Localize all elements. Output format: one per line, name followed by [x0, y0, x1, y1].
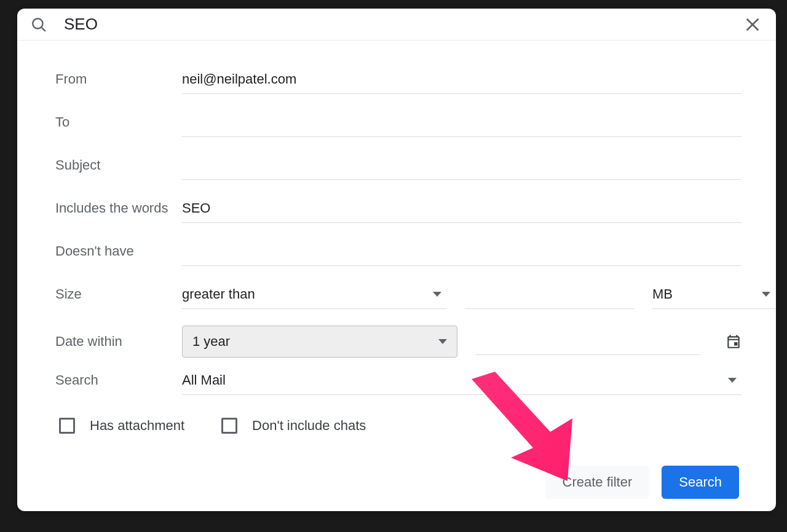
search-scope-value: All Mail	[182, 372, 226, 388]
includes-row: Includes the words	[55, 197, 742, 232]
size-amount-input[interactable]	[465, 283, 634, 309]
svg-line-1	[42, 27, 45, 31]
search-scope-dropdown[interactable]: All Mail	[182, 369, 742, 395]
size-comparator-value: greater than	[182, 286, 255, 302]
search-scope-label: Search	[55, 372, 182, 388]
search-bar	[17, 9, 776, 41]
exclude-chats-label: Don't include chats	[252, 418, 366, 434]
date-range-value: 1 year	[192, 334, 230, 350]
create-filter-button[interactable]: Create filter	[545, 466, 650, 499]
includes-input[interactable]	[182, 197, 742, 223]
checkbox-icon	[59, 418, 75, 434]
to-row: To	[55, 111, 742, 146]
chevron-down-icon	[728, 378, 737, 383]
filter-form: From To Subject Includes the words Doesn	[17, 41, 776, 511]
search-filter-panel: From To Subject Includes the words Doesn	[17, 9, 776, 511]
to-label: To	[55, 114, 182, 130]
subject-row: Subject	[55, 154, 742, 189]
exclude-chats-checkbox[interactable]: Don't include chats	[221, 418, 366, 434]
calendar-icon[interactable]	[726, 334, 742, 350]
excludes-label: Doesn't have	[55, 243, 182, 259]
subject-label: Subject	[55, 157, 182, 173]
chevron-down-icon	[433, 292, 441, 297]
to-input[interactable]	[182, 111, 742, 137]
search-icon	[31, 17, 47, 33]
excludes-row: Doesn't have	[55, 240, 742, 275]
subject-input[interactable]	[182, 154, 742, 180]
has-attachment-label: Has attachment	[90, 418, 184, 434]
svg-point-0	[33, 18, 42, 28]
size-label: Size	[55, 286, 182, 302]
size-unit-dropdown[interactable]: MB	[652, 283, 775, 309]
size-comparator-dropdown[interactable]: greater than	[182, 283, 446, 309]
date-value-input[interactable]	[476, 328, 700, 355]
close-icon[interactable]	[744, 16, 761, 33]
from-input[interactable]	[182, 68, 742, 94]
checkbox-icon	[221, 418, 237, 434]
includes-label: Includes the words	[55, 200, 182, 216]
from-label: From	[55, 71, 182, 87]
has-attachment-checkbox[interactable]: Has attachment	[59, 418, 184, 434]
search-input[interactable]	[64, 15, 744, 34]
svg-rect-4	[734, 342, 737, 345]
search-button[interactable]: Search	[662, 466, 739, 499]
size-unit-value: MB	[652, 286, 673, 302]
checkbox-row: Has attachment Don't include chats	[55, 418, 742, 434]
date-row: Date within 1 year	[55, 326, 742, 361]
search-scope-row: Search All Mail	[55, 369, 742, 404]
chevron-down-icon	[762, 292, 770, 297]
action-buttons: Create filter Search	[55, 466, 742, 499]
date-range-dropdown[interactable]: 1 year	[182, 326, 457, 358]
excludes-input[interactable]	[182, 240, 742, 266]
from-row: From	[55, 68, 742, 103]
size-row: Size greater than MB	[55, 283, 742, 318]
chevron-down-icon	[438, 339, 447, 344]
date-label: Date within	[55, 334, 182, 350]
